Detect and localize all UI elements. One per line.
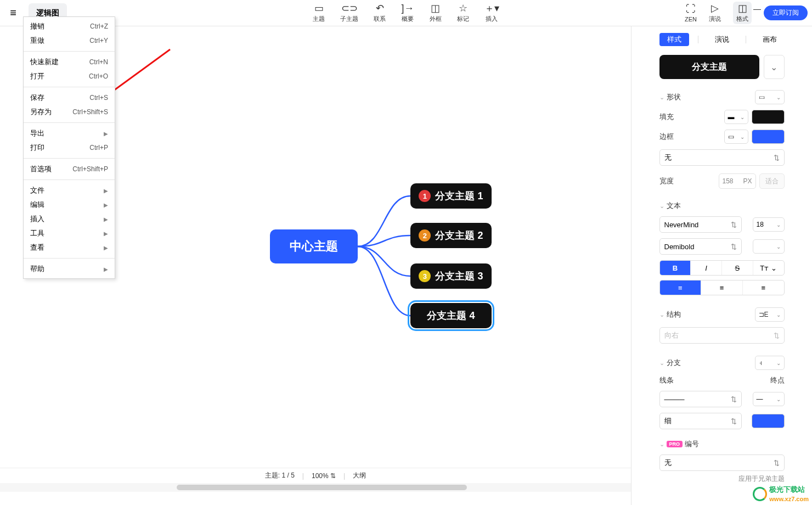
thickness-select[interactable]: 细⇅: [659, 413, 742, 429]
menu-help[interactable]: 帮助▶: [24, 262, 115, 276]
section-text-label: 文本: [667, 201, 681, 211]
menu-redo[interactable]: 重做Ctrl+Y: [24, 33, 115, 48]
strikethrough-button[interactable]: S: [722, 261, 753, 275]
format-panel: 样式 演说 画布 分支主题 ⌄ ⌄形状 ▭⌄ 填充 ▬⌄ 边框 ▭⌄ 无⇅ 宽度: [631, 26, 812, 505]
menu-preferences[interactable]: 首选项Ctrl+Shift+P: [24, 162, 115, 176]
menu-file[interactable]: 文件▶: [24, 183, 115, 198]
apply-to-siblings-label: 应用于兄弟主题: [659, 474, 785, 484]
chevron-right-icon: ▶: [104, 202, 108, 208]
zen-icon: ⛶: [686, 4, 696, 15]
tool-insert[interactable]: ＋▾插入: [484, 3, 499, 23]
bold-button[interactable]: B: [660, 261, 691, 275]
node-branch-2[interactable]: 2分支主题 2: [410, 223, 492, 248]
format-icon: ◫: [738, 3, 747, 14]
fill-pattern-select[interactable]: ▬⌄: [724, 110, 748, 124]
solid-fill-icon: ▬: [728, 113, 735, 121]
pro-badge: PRO: [667, 441, 683, 447]
watermark: 极光下载站www.xz7.com: [753, 485, 809, 503]
border-color-swatch[interactable]: [752, 130, 785, 144]
tool-zen[interactable]: ⛶ZEN: [685, 4, 697, 23]
chevron-down-icon: ⌄: [659, 94, 664, 101]
line-style-select[interactable]: ────⇅: [659, 391, 742, 407]
align-left-button[interactable]: ≡: [660, 280, 702, 295]
node-branch-3[interactable]: 3分支主题 3: [410, 263, 492, 289]
topic-icon: ▭: [314, 3, 324, 14]
tab-style[interactable]: 样式: [659, 33, 689, 46]
scrollbar-thumb[interactable]: [177, 485, 467, 490]
border-line-select[interactable]: 无⇅: [659, 149, 785, 166]
tool-summary[interactable]: ]→概要: [401, 3, 414, 23]
fill-color-swatch[interactable]: [752, 110, 785, 124]
toolbar-center: ▭主题 ⊂⊃子主题 ↶联系 ]→概要 ◫外框 ☆标记 ＋▾插入: [313, 3, 499, 23]
structure-icon: ⊐Ε: [759, 311, 769, 318]
tool-topic[interactable]: ▭主题: [313, 3, 325, 23]
endpoint-select[interactable]: —⌄: [753, 392, 785, 406]
menu-quick-new[interactable]: 快速新建Ctrl+N: [24, 55, 115, 69]
top-toolbar: ≡ 逻辑图 ▭主题 ⊂⊃子主题 ↶联系 ]→概要 ◫外框 ☆标记 ＋▾插入 ⛶Z…: [0, 0, 812, 26]
insert-icon: ＋▾: [484, 3, 499, 14]
numbering-select[interactable]: 无⇅: [659, 454, 785, 471]
tool-format[interactable]: ◫格式: [733, 2, 752, 24]
branch-style-select[interactable]: ⫞⌄: [755, 356, 785, 370]
chevron-right-icon: ▶: [104, 245, 108, 251]
chevron-right-icon: ▶: [104, 266, 108, 272]
tab-presentation[interactable]: 演说: [707, 33, 737, 46]
border-style-select[interactable]: ▭⌄: [724, 130, 748, 144]
line-label: 线条: [659, 375, 674, 385]
font-family-select[interactable]: NeverMind⇅: [659, 216, 742, 233]
align-center-button[interactable]: ≡: [701, 280, 743, 295]
outline-toggle[interactable]: 大纲: [353, 471, 366, 480]
chevron-right-icon: ▶: [104, 216, 108, 222]
branch-color-swatch[interactable]: [752, 414, 785, 428]
fit-button[interactable]: 适合: [759, 173, 785, 189]
structure-select[interactable]: ⊐Ε⌄: [755, 307, 785, 322]
chevron-down-icon: ⌄: [659, 360, 664, 367]
menu-save[interactable]: 保存Ctrl+S: [24, 91, 115, 105]
status-bar: 主题: 1 / 5 | 100% ⇅ | 大纲: [0, 468, 631, 483]
italic-button[interactable]: I: [691, 261, 722, 275]
menu-open[interactable]: 打开Ctrl+O: [24, 69, 115, 83]
font-color-select[interactable]: ⌄: [753, 239, 785, 254]
node-center[interactable]: 中心主题: [270, 229, 358, 263]
shape-select[interactable]: ▭⌄: [755, 90, 785, 104]
marker-1-icon: 1: [419, 190, 431, 202]
align-right-button[interactable]: ≡: [743, 280, 784, 295]
menu-view[interactable]: 查看▶: [24, 240, 115, 255]
width-input[interactable]: 158PX: [719, 173, 756, 189]
panel-tabs: 样式 演说 画布: [659, 33, 785, 46]
tab-canvas[interactable]: 画布: [755, 33, 785, 46]
tool-presentation[interactable]: ▷演说: [709, 3, 721, 23]
tool-boundary[interactable]: ◫外框: [430, 3, 442, 23]
topic-type-dropdown[interactable]: ⌄: [764, 55, 785, 79]
menu-tools[interactable]: 工具▶: [24, 226, 115, 240]
endpoint-label: 终点: [770, 375, 785, 385]
section-shape-label: 形状: [667, 92, 681, 102]
font-weight-select[interactable]: Demibold⇅: [659, 238, 742, 255]
font-size-select[interactable]: 18⌄: [753, 217, 785, 232]
chevron-right-icon: ▶: [104, 131, 108, 137]
tool-marker[interactable]: ☆标记: [457, 3, 469, 23]
menu-edit[interactable]: 编辑▶: [24, 198, 115, 212]
subscribe-button[interactable]: 立即订阅: [764, 5, 808, 20]
menu-export[interactable]: 导出▶: [24, 126, 115, 141]
menu-save-as[interactable]: 另存为Ctrl+Shift+S: [24, 105, 115, 119]
border-shape-icon: ▭: [728, 133, 734, 141]
tool-relationship[interactable]: ↶联系: [374, 3, 386, 23]
node-branch-4-selected[interactable]: 分支主题 4: [410, 303, 492, 328]
fill-label: 填充: [659, 112, 674, 122]
menu-insert[interactable]: 插入▶: [24, 212, 115, 226]
menu-undo[interactable]: 撤销Ctrl+Z: [24, 19, 115, 33]
menu-icon[interactable]: ≡: [0, 7, 26, 19]
menu-print[interactable]: 打印Ctrl+P: [24, 141, 115, 155]
watermark-logo-icon: [753, 487, 767, 501]
horizontal-scrollbar[interactable]: [0, 483, 631, 492]
subtopic-icon: ⊂⊃: [341, 3, 358, 14]
text-transform-button[interactable]: Tᴛ ⌄: [753, 261, 784, 275]
tool-subtopic[interactable]: ⊂⊃子主题: [340, 3, 358, 23]
zoom-level[interactable]: 100% ⇅: [312, 472, 336, 480]
direction-select[interactable]: 向右⇅: [659, 327, 785, 344]
topic-type-chip[interactable]: 分支主题: [659, 55, 759, 79]
width-label: 宽度: [659, 176, 674, 186]
node-branch-1[interactable]: 1分支主题 1: [410, 183, 492, 209]
marker-3-icon: 3: [419, 270, 431, 282]
